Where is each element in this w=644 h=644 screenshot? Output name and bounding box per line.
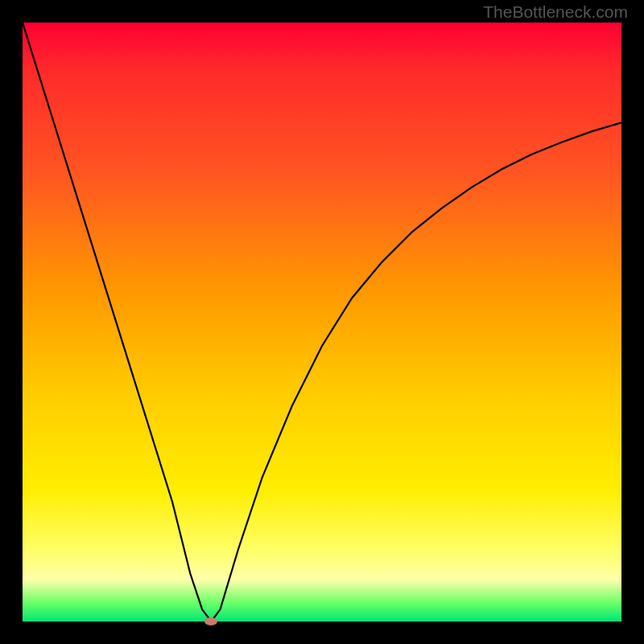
chart-container: TheBottleneck.com — [0, 0, 644, 644]
watermark-text: TheBottleneck.com — [483, 2, 628, 22]
plot-area — [23, 23, 621, 621]
optimal-point-marker — [204, 617, 217, 625]
bottleneck-curve — [23, 23, 621, 621]
curve-svg — [23, 23, 621, 621]
